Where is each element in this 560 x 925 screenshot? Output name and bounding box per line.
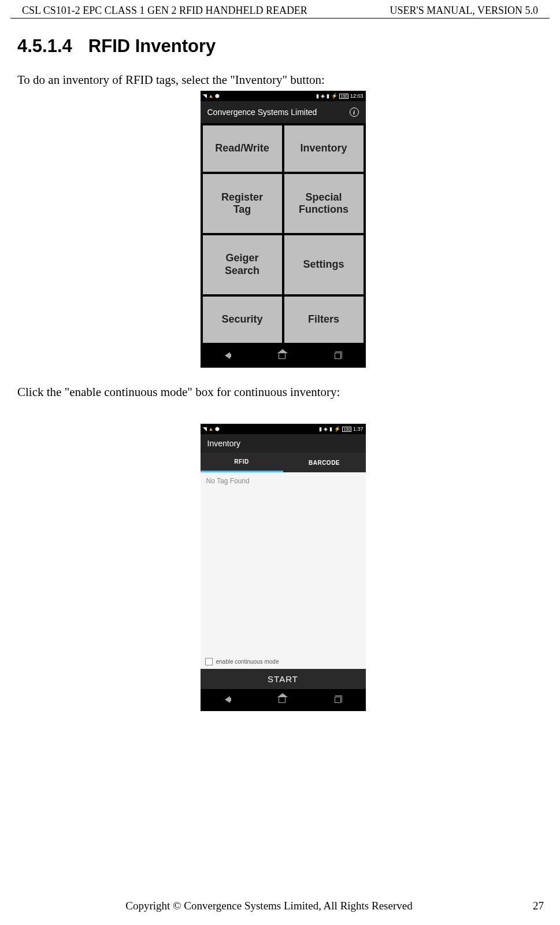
register-tag-button[interactable]: Register Tag [203, 174, 282, 233]
inventory-tabs: RFID BARCODE [201, 453, 366, 472]
section-title-text: RFID Inventory [88, 36, 216, 56]
security-button[interactable]: Security [203, 297, 282, 343]
special-functions-button[interactable]: Special Functions [284, 174, 364, 233]
sdcard-icon: ▮ [316, 93, 319, 99]
continuous-mode-row[interactable]: enable continuous mode [201, 654, 366, 669]
app-title: Convergence Systems Limited [207, 108, 317, 117]
android-icon: ⬢ [215, 93, 220, 99]
sdcard-icon: ▮ [319, 426, 322, 432]
back-icon[interactable] [225, 695, 230, 705]
page-header: CSL CS101-2 EPC CLASS 1 GEN 2 RFID HANDH… [10, 0, 550, 18]
charging-icon: ⚡ [334, 426, 340, 432]
notification-icon: ◥ [203, 426, 207, 432]
android-status-bar: ◥ ▲ ⬢ ▮ ◈ ▮ ⚡ 100 12:03 [201, 91, 366, 101]
page-footer: Copyright © Convergence Systems Limited,… [0, 900, 560, 912]
signal-icon: ▮ [327, 93, 329, 99]
paragraph-2: Click the "enable continuous mode" box f… [17, 385, 548, 399]
tab-rfid[interactable]: RFID [201, 453, 283, 472]
status-time: 12:03 [350, 93, 364, 99]
copyright-text: Copyright © Convergence Systems Limited,… [0, 900, 538, 912]
warning-icon: ▲ [209, 426, 214, 432]
signal-icon: ▮ [329, 426, 332, 432]
start-button[interactable]: START [201, 669, 366, 689]
inventory-title-bar: Inventory [201, 434, 366, 453]
tag-list-area: No Tag Found [201, 472, 366, 654]
section-number: 4.5.1.4 [17, 36, 72, 56]
header-right: USER'S MANUAL, VERSION 5.0 [390, 5, 538, 17]
info-icon[interactable]: i [350, 108, 359, 117]
recent-apps-icon[interactable] [335, 351, 341, 361]
battery-level-2: 100 [342, 427, 351, 432]
settings-button[interactable]: Settings [284, 235, 364, 294]
read-write-button[interactable]: Read/Write [203, 125, 282, 172]
section-heading: 4.5.1.4RFID Inventory [17, 36, 548, 57]
geiger-search-button[interactable]: Geiger Search [203, 235, 282, 294]
screenshot-inventory: ◥ ▲ ⬢ ▮ ◈ ▮ ⚡ 100 1:37 Inventory RFID BA… [201, 424, 366, 700]
warning-icon: ▲ [209, 93, 214, 99]
home-icon[interactable] [279, 351, 285, 361]
status-left-icons: ◥ ▲ ⬢ [203, 93, 220, 99]
page-number: 27 [533, 900, 544, 912]
battery-level: 100 [339, 94, 348, 99]
header-left: CSL CS101-2 EPC CLASS 1 GEN 2 RFID HANDH… [22, 5, 307, 17]
continuous-mode-checkbox[interactable] [205, 658, 213, 665]
recent-apps-icon[interactable] [335, 695, 341, 705]
inventory-button[interactable]: Inventory [284, 125, 364, 172]
continuous-mode-label: enable continuous mode [216, 658, 279, 665]
back-icon[interactable] [225, 351, 230, 361]
wifi-icon: ◈ [321, 93, 325, 99]
home-icon[interactable] [279, 695, 285, 705]
charging-icon: ⚡ [331, 93, 338, 99]
status-right-icons-2: ▮ ◈ ▮ ⚡ 100 1:37 [319, 426, 363, 432]
wifi-icon: ◈ [324, 426, 328, 432]
android-icon: ⬢ [215, 426, 220, 432]
app-title-bar: Convergence Systems Limited i [201, 101, 366, 123]
tab-barcode[interactable]: BARCODE [283, 453, 366, 472]
screenshot-main-menu: ◥ ▲ ⬢ ▮ ◈ ▮ ⚡ 100 12:03 Convergence Syst… [201, 91, 366, 368]
status-left-icons-2: ◥ ▲ ⬢ [203, 426, 220, 432]
paragraph-1: To do an inventory of RFID tags, select … [17, 73, 548, 87]
inventory-title: Inventory [207, 439, 241, 448]
page-content: 4.5.1.4RFID Inventory To do an inventory… [0, 18, 560, 700]
main-menu-grid: Read/Write Inventory Register Tag Specia… [201, 123, 366, 345]
filters-button[interactable]: Filters [284, 297, 364, 343]
android-status-bar-2: ◥ ▲ ⬢ ▮ ◈ ▮ ⚡ 100 1:37 [201, 424, 366, 434]
status-time-2: 1:37 [353, 426, 364, 432]
no-tag-label: No Tag Found [206, 477, 250, 485]
android-nav-bar-2 [201, 689, 366, 711]
status-right-icons: ▮ ◈ ▮ ⚡ 100 12:03 [316, 93, 363, 99]
notification-icon: ◥ [203, 93, 207, 99]
android-nav-bar [201, 345, 366, 367]
